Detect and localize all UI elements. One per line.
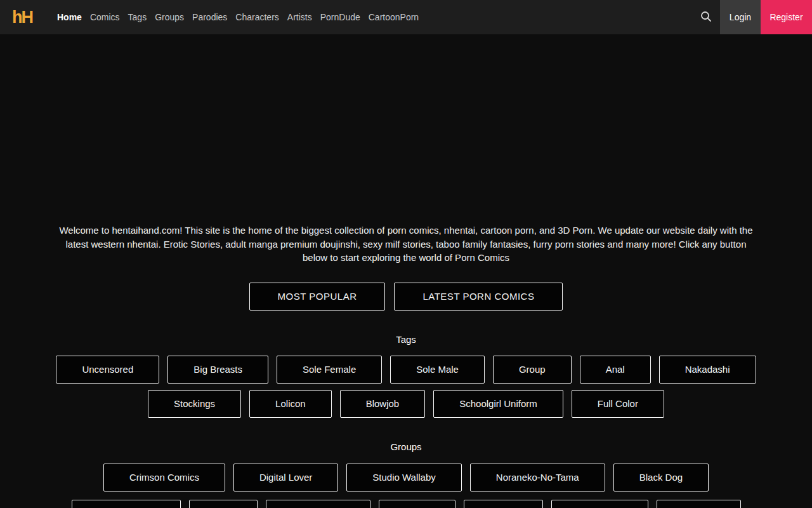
header-right: Login Register [692,0,812,34]
tag-button-group[interactable]: Group [493,356,572,384]
nav-item-home[interactable]: Home [57,12,82,22]
groups-row-1: Crimson Comics Digital Lover Studio Wall… [0,464,812,491]
nav-item-porndude[interactable]: PornDude [320,12,360,22]
login-button[interactable]: Login [720,0,761,34]
header: hH Home Comics Tags Groups Parodies Char… [0,0,812,34]
nav-item-artists[interactable]: Artists [287,12,312,22]
tag-button-schoolgirl-uniform[interactable]: Schoolgirl Uniform [433,390,563,418]
tag-button-sole-male[interactable]: Sole Male [390,356,485,384]
nav-item-tags[interactable]: Tags [128,12,147,22]
nav-item-characters[interactable]: Characters [235,12,278,22]
tag-button-blowjob[interactable]: Blowjob [340,390,426,418]
group-button-truncated[interactable] [464,500,543,508]
group-button-black-dog[interactable]: Black Dog [613,464,709,491]
group-button-truncated[interactable] [266,500,370,508]
tag-button-nakadashi[interactable]: Nakadashi [659,356,756,384]
group-button-digital-lover[interactable]: Digital Lover [233,464,338,491]
groups-row-2-truncated [0,500,812,508]
group-button-truncated[interactable] [189,500,258,508]
group-button-noraneko-no-tama[interactable]: Noraneko-No-Tama [470,464,605,491]
tags-section-title: Tags [0,334,812,345]
search-button[interactable] [692,0,720,34]
search-icon [700,11,712,24]
tag-button-anal[interactable]: Anal [580,356,651,384]
group-button-truncated[interactable] [551,500,648,508]
nav-item-comics[interactable]: Comics [90,12,120,22]
nav-item-groups[interactable]: Groups [155,12,184,22]
tags-row-1: Uncensored Big Breasts Sole Female Sole … [0,356,812,384]
latest-porn-comics-button[interactable]: LATEST PORN COMICS [394,283,563,311]
tag-button-lolicon[interactable]: Lolicon [249,390,332,418]
register-button[interactable]: Register [761,0,812,34]
tag-button-full-color[interactable]: Full Color [572,390,664,418]
tag-button-uncensored[interactable]: Uncensored [56,356,159,384]
group-button-truncated[interactable] [657,500,741,508]
groups-section-title: Groups [0,441,812,452]
site-logo[interactable]: hH [0,0,38,34]
tag-button-stockings[interactable]: Stockings [148,390,241,418]
logo-hh-icon: hH [12,8,32,26]
group-button-truncated[interactable] [379,500,455,508]
tag-button-sole-female[interactable]: Sole Female [277,356,382,384]
tag-button-big-breasts[interactable]: Big Breasts [167,356,268,384]
most-popular-button[interactable]: MOST POPULAR [249,283,386,311]
group-button-studio-wallaby[interactable]: Studio Wallaby [346,464,462,491]
main-nav: Home Comics Tags Groups Parodies Charact… [57,0,419,34]
group-button-truncated[interactable] [72,500,181,508]
welcome-text: Welcome to hentaihand.com! This site is … [56,224,756,265]
group-button-crimson-comics[interactable]: Crimson Comics [103,464,225,491]
cta-row: MOST POPULAR LATEST PORN COMICS [0,283,812,311]
tags-row-2: Stockings Lolicon Blowjob Schoolgirl Uni… [0,390,812,418]
nav-item-cartoonporn[interactable]: CartoonPorn [369,12,419,22]
nav-item-parodies[interactable]: Parodies [192,12,227,22]
